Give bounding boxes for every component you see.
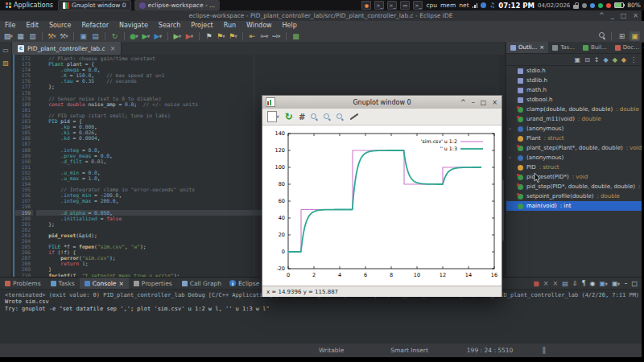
tab-tas[interactable]: Tas... [548, 42, 579, 53]
plot-canvas[interactable]: 0246810121416-20020406080100120140'sim.c… [262, 125, 502, 286]
search-icon[interactable] [599, 32, 606, 39]
window-close-icon[interactable]: × [633, 12, 638, 19]
terminate-icon[interactable]: ■ [533, 280, 539, 287]
ruler-icon[interactable] [350, 113, 359, 121]
browser-icon[interactable]: ● [361, 1, 371, 10]
hide-static-icon[interactable]: ◆ [613, 56, 617, 64]
restore-view-icon[interactable]: ▭ [2, 46, 10, 54]
replot-icon[interactable]: ↻ [285, 112, 293, 121]
tab-outli[interactable]: Outli... × [506, 42, 548, 53]
save-icon[interactable]: ▦ [15, 31, 26, 41]
menu-help[interactable]: Help [283, 22, 297, 29]
clear-console-icon[interactable]: ▤ [562, 280, 568, 287]
tray-app-icon[interactable] [606, 3, 611, 8]
terminal-icon[interactable]: >_ [374, 1, 384, 10]
menu-file[interactable]: File [5, 22, 15, 29]
outline-item[interactable]: stdlib.h [506, 76, 642, 85]
menu-window[interactable]: Window [246, 22, 272, 29]
outline-item[interactable]: ›(anonymous) [506, 153, 642, 162]
tab-tasks[interactable]: Tasks [46, 278, 80, 289]
next-annotation-icon[interactable]: ⚑▼ [216, 31, 226, 41]
open-perspective-icon[interactable]: ⊞ [617, 31, 627, 41]
prev-annotation-icon[interactable]: ⚑▼ [228, 31, 238, 41]
gnuplot-window[interactable]: Gnuplot window 0 ^ – □ × ▼ ↻ # 024681012… [262, 95, 502, 297]
tray-app-icon[interactable] [582, 3, 587, 8]
cpp-perspective-icon[interactable]: ▣ [630, 31, 640, 41]
build-all-icon[interactable]: ⚒▼ [59, 31, 69, 41]
tab-close-icon[interactable]: × [539, 44, 544, 51]
scroll-lock-icon[interactable]: ⇩ [572, 280, 578, 287]
expand-chevron-icon[interactable]: › [509, 125, 511, 132]
hide-fields-icon[interactable]: ◆ [604, 56, 609, 64]
copy-plot-icon[interactable]: ▼ [267, 111, 279, 122]
outline-item[interactable]: pid_step(PID*, double, double, double) :… [506, 182, 642, 191]
window-maximize-icon[interactable]: □ [621, 12, 627, 19]
battery-icon[interactable] [614, 2, 624, 8]
mem-monitor[interactable]: mem [440, 2, 456, 9]
gnuplot-shade-icon[interactable]: ^ [460, 99, 466, 106]
files-icon[interactable]: ▭ [400, 1, 410, 10]
debug-icon[interactable]: ●▼ [129, 31, 139, 41]
gnuplot-maximize-icon[interactable]: □ [481, 99, 487, 106]
cpu-monitor[interactable]: cpu [426, 2, 437, 9]
outline-item[interactable]: urand_m11(void) : double [506, 114, 642, 124]
zoom-in-icon[interactable] [311, 113, 318, 121]
collapse-all-icon[interactable]: ⊟ [584, 56, 590, 64]
maximize-icon[interactable]: □ [631, 280, 638, 287]
tab-close-icon[interactable]: × [118, 280, 123, 287]
network-signal-icon[interactable] [473, 2, 478, 8]
window-shade-icon[interactable]: ^ [599, 12, 605, 19]
menu-source[interactable]: Source [49, 22, 71, 29]
last-edit-icon[interactable]: ⇤ [247, 31, 258, 41]
project-explorer-icon[interactable]: ▨ [2, 59, 10, 67]
outline-item[interactable]: math.h [506, 85, 642, 95]
lock-icon[interactable] [573, 5, 579, 9]
open-console-icon[interactable]: ▣▼ [612, 280, 620, 287]
sort-icon[interactable]: ↕ [594, 56, 600, 64]
hide-non-public-icon[interactable]: ◆ [621, 56, 626, 64]
menu-refactor[interactable]: Refactor [81, 22, 109, 29]
outline-item[interactable]: clamp(double, double, double) : double [506, 105, 642, 114]
date[interactable]: 04/02/2026 [538, 2, 570, 9]
tab-console[interactable]: Console× [80, 278, 129, 289]
run-icon[interactable]: ▶▼ [141, 31, 151, 41]
expand-chevron-icon[interactable]: › [509, 154, 511, 161]
window-minimize-icon[interactable]: _ [611, 12, 614, 19]
tab-problems[interactable]: Problems [0, 278, 46, 289]
tab-buil[interactable]: Buil... [579, 42, 611, 53]
tab-doc[interactable]: Doc... [611, 42, 643, 53]
net-monitor[interactable]: net [459, 2, 469, 9]
code-line[interactable]: .tau = 0.35 // seconds [36, 78, 497, 84]
tray-app-icon[interactable] [590, 3, 595, 8]
bluetooth-icon[interactable] [481, 2, 486, 8]
outline-item[interactable]: setpoint_profile(double) : double [506, 191, 642, 201]
profile-icon[interactable]: ▶▼ [153, 31, 163, 41]
remove-all-launches-icon[interactable]: × [553, 280, 559, 287]
terminal-icon[interactable]: >_ [387, 1, 397, 10]
code-line[interactable]: .omega = 0.0, [36, 67, 497, 72]
tab-call-graph[interactable]: Call Graph [177, 278, 226, 289]
outline-item[interactable]: stdbool.h [506, 95, 642, 105]
coverage-icon[interactable]: ▶▼ [184, 31, 195, 41]
view-menu-icon[interactable]: ⋮ [630, 56, 637, 64]
gnuplot-titlebar[interactable]: Gnuplot window 0 ^ – □ × [262, 96, 502, 109]
new-console-icon[interactable]: ▣ [78, 31, 89, 41]
terminal-icon[interactable]: >_ [413, 1, 423, 10]
tab-close-icon[interactable]: × [110, 45, 116, 52]
minimize-icon[interactable]: – [624, 280, 627, 287]
taskbar-item-gnuplot[interactable]: Gnuplot window 0 [58, 0, 131, 10]
menu-project[interactable]: Project [191, 22, 213, 29]
show-stdout-icon[interactable]: ▣▼ [600, 280, 608, 287]
back-icon[interactable]: ⇦▼ [259, 31, 270, 41]
forward-icon[interactable]: ⇨▼ [271, 31, 282, 41]
grid-toggle-icon[interactable]: # [299, 113, 305, 121]
menu-run[interactable]: Run [224, 22, 236, 29]
menu-navigate[interactable]: Navigate [119, 22, 148, 29]
code-line[interactable]: }; [36, 84, 497, 89]
outline-item[interactable]: main(void) : int [506, 201, 642, 211]
toggle-mark-icon[interactable]: ⚑ [204, 31, 214, 41]
build-icon[interactable]: ⚒▼ [47, 31, 57, 41]
applications-menu[interactable]: Applications [0, 0, 58, 10]
code-line[interactable]: .K = 150.0, // max speed at u=1 [36, 72, 497, 78]
outline-item[interactable]: Plant : struct [506, 134, 642, 143]
